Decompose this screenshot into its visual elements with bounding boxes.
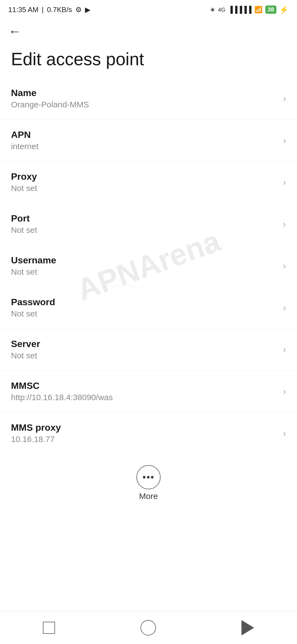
settings-item-label: MMSC — [11, 380, 277, 391]
settings-item[interactable]: Name Orange-Poland-MMS › — [0, 78, 297, 119]
status-right: ∗ 4G ▐▐▐▐▐ 📶 38 ⚡ — [210, 5, 289, 14]
settings-item-value: Not set — [11, 351, 277, 360]
settings-item-value: http://10.16.18.4:38090/was — [11, 393, 277, 402]
settings-item-content: Server Not set — [11, 339, 277, 360]
settings-item-label: MMS proxy — [11, 422, 277, 433]
settings-item[interactable]: Server Not set › — [0, 329, 297, 370]
chevron-right-icon: › — [283, 344, 286, 355]
more-section: ••• More — [0, 454, 297, 509]
back-nav-icon — [241, 620, 254, 635]
settings-item[interactable]: Username Not set › — [0, 245, 297, 287]
wifi-icon: 📶 — [254, 6, 263, 13]
settings-item-value: Not set — [11, 267, 277, 277]
chevron-right-icon: › — [283, 177, 286, 187]
charging-icon: ⚡ — [279, 5, 289, 14]
chevron-right-icon: › — [283, 260, 286, 271]
status-left: 11:35 AM | 0.7KB/s ⚙ ▶ — [8, 6, 90, 14]
more-label: More — [139, 492, 158, 501]
chevron-right-icon: › — [283, 386, 286, 397]
settings-item-value: Not set — [11, 225, 277, 235]
battery-level: 38 — [265, 6, 276, 14]
settings-item-label: Port — [11, 213, 277, 224]
settings-item[interactable]: MMS proxy 10.16.18.77 › — [0, 412, 297, 454]
home-button[interactable] — [141, 620, 156, 635]
separator: | — [42, 6, 44, 14]
settings-item-label: Server — [11, 339, 277, 349]
time: 11:35 AM — [8, 6, 38, 14]
recent-apps-icon — [43, 622, 55, 634]
settings-item-value: Not set — [11, 309, 277, 318]
chevron-right-icon: › — [283, 93, 286, 104]
chevron-right-icon: › — [283, 219, 286, 229]
bottom-nav — [0, 611, 297, 644]
settings-icon: ⚙ — [75, 6, 82, 14]
more-circle-icon: ••• — [136, 465, 161, 489]
bluetooth-icon: ∗ — [210, 6, 215, 13]
camera-icon: ▶ — [85, 6, 90, 14]
settings-item-label: Password — [11, 297, 277, 307]
settings-item-content: Password Not set — [11, 297, 277, 318]
settings-item[interactable]: MMSC http://10.16.18.4:38090/was › — [0, 370, 297, 412]
settings-item-content: Name Orange-Poland-MMS — [11, 88, 277, 109]
signal-bars-icon: ▐▐▐▐▐ — [228, 6, 251, 13]
network-speed: 0.7KB/s — [47, 6, 72, 14]
more-button[interactable]: ••• More — [136, 465, 161, 501]
settings-item-content: Port Not set — [11, 213, 277, 235]
top-nav: ← — [0, 19, 297, 41]
settings-item-content: Username Not set — [11, 255, 277, 277]
settings-item-label: Name — [11, 88, 277, 98]
settings-item-label: Username — [11, 255, 277, 266]
settings-item-content: MMSC http://10.16.18.4:38090/was — [11, 380, 277, 402]
page-title: Edit access point — [0, 41, 297, 78]
chevron-right-icon: › — [283, 135, 286, 146]
settings-item-content: APN internet — [11, 129, 277, 151]
chevron-right-icon: › — [283, 428, 286, 438]
chevron-right-icon: › — [283, 302, 286, 313]
settings-item-value: Not set — [11, 184, 277, 193]
home-icon — [141, 620, 156, 635]
settings-item-content: MMS proxy 10.16.18.77 — [11, 422, 277, 444]
settings-item-label: APN — [11, 129, 277, 140]
settings-item[interactable]: Password Not set › — [0, 287, 297, 329]
settings-item-value: Orange-Poland-MMS — [11, 100, 277, 109]
settings-item-value: 10.16.18.77 — [11, 435, 277, 444]
settings-item-label: Proxy — [11, 171, 277, 182]
settings-item[interactable]: Proxy Not set › — [0, 161, 297, 203]
settings-item-value: internet — [11, 142, 277, 151]
settings-item-content: Proxy Not set — [11, 171, 277, 193]
back-button[interactable]: ← — [8, 25, 21, 38]
signal-4g-icon: 4G — [218, 7, 226, 13]
settings-item[interactable]: Port Not set › — [0, 203, 297, 245]
back-nav-button[interactable] — [241, 620, 254, 635]
settings-item[interactable]: APN internet › — [0, 119, 297, 161]
status-bar: 11:35 AM | 0.7KB/s ⚙ ▶ ∗ 4G ▐▐▐▐▐ 📶 38 ⚡ — [0, 0, 297, 19]
recent-apps-button[interactable] — [43, 622, 55, 634]
settings-list: Name Orange-Poland-MMS › APN internet › … — [0, 78, 297, 454]
